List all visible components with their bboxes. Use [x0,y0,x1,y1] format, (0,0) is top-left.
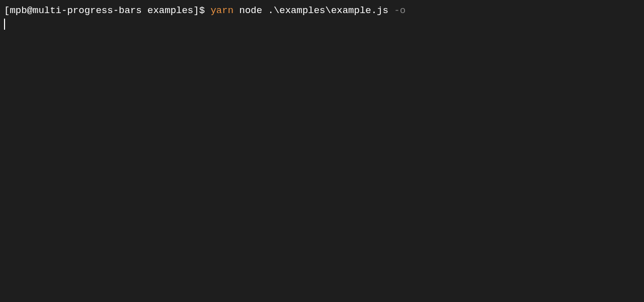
terminal-input-line[interactable] [4,18,640,31]
shell-prompt: [mpb@multi-progress-bars examples]$ [4,5,210,16]
terminal-command-line[interactable]: [mpb@multi-progress-bars examples]$ yarn… [4,4,640,18]
command-yarn: yarn [210,5,233,16]
command-flag: -o [394,5,406,16]
command-node-path: node .\examples\example.js [233,5,394,16]
terminal-cursor [4,19,5,30]
